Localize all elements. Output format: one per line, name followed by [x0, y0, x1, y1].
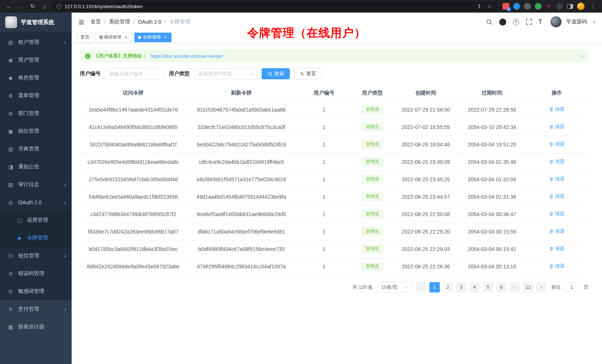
- url-bar[interactable]: i 127.0.0.1:1024/system/oauth2/token ↥ ☆: [52, 1, 497, 11]
- help-icon[interactable]: ?: [513, 19, 519, 25]
- next-page-button[interactable]: ›: [536, 282, 547, 292]
- breadcrumb-item[interactable]: OAuth 2.0: [130, 19, 161, 25]
- bookmark-star-icon[interactable]: ☆: [486, 3, 493, 10]
- sidebar-item[interactable]: ▢ 应用管理: [0, 211, 72, 229]
- browser-profile-avatar[interactable]: [577, 3, 585, 10]
- home-icon[interactable]: ⌂: [40, 2, 49, 11]
- sidebar-item[interactable]: ▧ 审计日志 ∨: [0, 176, 72, 193]
- prev-page-button[interactable]: ‹: [416, 282, 426, 292]
- sidebar-item[interactable]: ⊘ 错误码管理: [0, 265, 72, 282]
- sidebar-item[interactable]: ≣ 菜单管理: [0, 87, 72, 105]
- page-number-button[interactable]: 1: [429, 282, 440, 292]
- sidebar-item[interactable]: ⊞ 部门管理: [0, 105, 72, 122]
- sidebar-item[interactable]: ☏ 短信管理 ∨: [0, 247, 72, 265]
- chevron-icon: ∨: [64, 40, 66, 44]
- tab[interactable]: 敏感词管理 ×: [95, 33, 132, 42]
- force-logout-label: 强退: [555, 228, 565, 235]
- hamburger-icon[interactable]: ≣: [78, 17, 85, 26]
- extension-icon-dark2[interactable]: [556, 3, 563, 10]
- force-logout-label: 强退: [555, 123, 565, 130]
- page-number-button[interactable]: 3: [456, 282, 467, 292]
- sidebar-item[interactable]: ◉ 用户管理: [0, 51, 72, 69]
- force-logout-button[interactable]: 强退: [549, 158, 565, 165]
- sidebar-item-label: 短信管理: [18, 252, 59, 259]
- search-icon[interactable]: [486, 19, 493, 25]
- force-logout-button[interactable]: 强退: [549, 211, 565, 217]
- page-number-button[interactable]: 12: [523, 282, 533, 292]
- app-logo[interactable]: 芋道管理系统: [0, 13, 72, 32]
- sidebar-menu: ▤ 租户管理 ∨ ◉ 用户管理 ◆ 角色管理: [0, 32, 72, 364]
- reload-icon[interactable]: ↻: [28, 2, 37, 11]
- tab-close-icon[interactable]: ×: [123, 35, 128, 40]
- search-button[interactable]: 搜索: [262, 68, 290, 79]
- fullscreen-icon[interactable]: [526, 19, 532, 25]
- extension-icon-green[interactable]: [535, 3, 542, 10]
- tab-label: 令牌管理: [143, 34, 161, 40]
- user-avatar[interactable]: [550, 16, 562, 27]
- force-logout-button[interactable]: 强退: [549, 228, 565, 235]
- github-icon[interactable]: [499, 19, 506, 26]
- force-logout-button[interactable]: 强退: [549, 176, 565, 182]
- side-panel-icon[interactable]: [567, 4, 573, 9]
- force-logout-button[interactable]: 强退: [549, 106, 565, 113]
- user-type-badge: 管理员: [361, 210, 383, 219]
- user-type-cell: 管理员: [352, 101, 393, 118]
- force-logout-button[interactable]: 强退: [549, 263, 565, 269]
- sidebar-item[interactable]: ▣ 岗位管理: [0, 122, 72, 140]
- force-logout-label: 强退: [555, 263, 565, 269]
- goto-page-input[interactable]: [564, 282, 579, 292]
- breadcrumb-item[interactable]: 令牌管理: [161, 19, 190, 25]
- chevron-icon: ∨: [64, 183, 66, 187]
- sidebar-item[interactable]: ▦ 报表设计器: [0, 318, 72, 336]
- doc-link[interactable]: https://doc.iocoder.cn/user-center/: [150, 53, 223, 59]
- user-id-cell: 1: [296, 136, 352, 153]
- extension-icon-dark[interactable]: [524, 3, 531, 10]
- tab[interactable]: 令牌管理 ×: [134, 33, 171, 42]
- tab-close-icon[interactable]: ×: [163, 35, 168, 40]
- page-number-button[interactable]: 4: [470, 282, 480, 292]
- column-header: 用户类型: [352, 85, 393, 101]
- font-size-icon[interactable]: T: [539, 18, 542, 26]
- refresh-token-cell: cdfc4ce9c2da4bb1bdf21b9918ff4be5: [187, 153, 296, 171]
- site-info-icon[interactable]: i: [56, 4, 62, 9]
- user-type-badge: 管理员: [361, 192, 383, 201]
- breadcrumb: 首页 系统管理 OAuth 2.0 令牌管理: [91, 19, 190, 25]
- breadcrumb-item[interactable]: 系统管理: [101, 19, 130, 25]
- sidebar-item[interactable]: ◎ OAuth 2.0 ∧: [0, 193, 72, 211]
- share-icon[interactable]: ↥: [476, 3, 482, 10]
- back-icon[interactable]: ←: [4, 2, 13, 11]
- user-type-select[interactable]: 请选择用户类型 ∨: [194, 68, 257, 79]
- access-token-cell: 41c41346a548490f9dc8b01c6bfe0865: [80, 118, 187, 136]
- extension-icon-colorful[interactable]: ✳: [546, 3, 552, 10]
- force-logout-button[interactable]: 强退: [549, 123, 565, 130]
- force-logout-button[interactable]: 强退: [549, 141, 565, 148]
- extension-icon-red[interactable]: 0: [503, 3, 509, 10]
- sidebar-item[interactable]: ◈ 令牌管理: [0, 229, 72, 247]
- page-number-button[interactable]: 5: [483, 282, 493, 292]
- sidebar-item[interactable]: ◆ 角色管理: [0, 69, 72, 87]
- user-id-input[interactable]: [105, 68, 164, 79]
- sidebar-item[interactable]: ▤ 租户管理 ∨: [0, 33, 72, 51]
- page-number-button[interactable]: 6: [496, 282, 507, 292]
- table-row: 6d842e2924594de9a09e45e087323abe 8796295…: [80, 258, 589, 275]
- force-logout-button[interactable]: 强退: [549, 193, 565, 200]
- sidebar-item-label: 审计日志: [18, 181, 59, 188]
- sidebar-item[interactable]: ⊟ 敏感词管理: [0, 282, 72, 300]
- sidebar-item[interactable]: ◨ 通知公告: [0, 158, 72, 176]
- breadcrumb-item[interactable]: 首页: [91, 19, 101, 25]
- alert-close-icon[interactable]: ×: [580, 53, 583, 59]
- extension-icon-blue[interactable]: [513, 3, 520, 10]
- tab[interactable]: 首页 ×: [77, 33, 93, 42]
- page-number-button[interactable]: ···: [510, 282, 520, 292]
- page-size-select[interactable]: 10条/页 ∨: [377, 282, 412, 292]
- force-logout-button[interactable]: 强退: [549, 245, 565, 252]
- reset-button[interactable]: ↻ 重置: [294, 68, 322, 79]
- forward-icon[interactable]: →: [16, 2, 25, 11]
- sidebar-item-icon: ◨: [7, 164, 14, 170]
- sidebar-item[interactable]: ¥ 支付管理 ∨: [0, 300, 72, 318]
- trash-icon: [549, 229, 554, 234]
- username[interactable]: 芋道源码: [566, 19, 587, 25]
- sidebar-item[interactable]: ▥ 字典管理: [0, 140, 72, 158]
- browser-menu-icon[interactable]: ⋮: [589, 2, 598, 11]
- page-number-button[interactable]: 2: [443, 282, 453, 292]
